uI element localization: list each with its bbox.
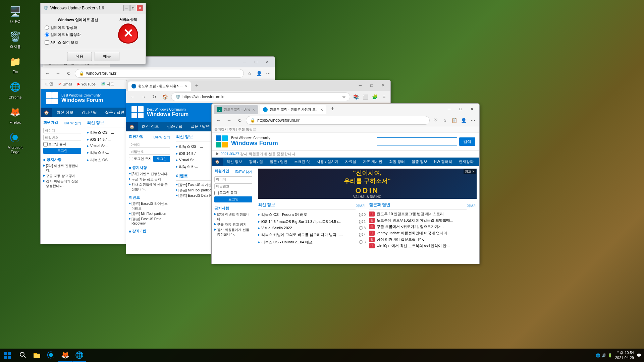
firefox-extensions-btn[interactable]: 🧩 — [370, 93, 379, 101]
edge-back-close[interactable]: ✕ — [262, 57, 273, 67]
edge-front-qa-1[interactable]: 단 윈도우 10 연결프로그램 변경 레지스토리 — [369, 212, 477, 217]
edge-front-forum-close[interactable]: ✕ — [320, 108, 323, 112]
firefox-nav-lecture[interactable]: 강좌 / 팁 — [163, 122, 186, 131]
edge-front-reload-btn[interactable]: ↻ — [235, 116, 245, 125]
edge-back-forward-btn[interactable]: → — [53, 69, 63, 78]
firefox-remember-check[interactable] — [129, 157, 133, 161]
edge-front-news-1[interactable]: 리눅스 OS - Fedora 34 배포 💬 0 — [258, 212, 366, 218]
firefox-minimize[interactable]: ─ — [355, 81, 366, 90]
firefox-id-input[interactable] — [129, 142, 170, 147]
wub-menu-button[interactable]: 메뉴 — [95, 52, 119, 61]
edge-front-id-input[interactable] — [214, 176, 252, 182]
edge-front-nav-2[interactable]: 질문 / 답변 — [266, 158, 291, 166]
edge-front-more-link[interactable]: 더보기 — [356, 203, 366, 208]
wub-maximize-button[interactable]: □ — [130, 5, 136, 11]
desktop-icon-chrome[interactable]: 🌐 Chrome — [3, 79, 27, 101]
wub-radio-enable[interactable]: 업데이트 활성화 — [45, 25, 111, 30]
edge-back-nav-latest[interactable]: 최신 정보 — [52, 108, 77, 117]
firefox-pw-input[interactable] — [129, 149, 170, 155]
desktop-icon-recycle[interactable]: 🗑️ 휴지통 — [3, 28, 27, 50]
desktop-icon-mypc[interactable]: 🖥️ 내 PC — [3, 3, 27, 25]
firefox-tab1-close[interactable]: ✕ — [185, 84, 187, 88]
wub-minimize-button[interactable]: ─ — [123, 5, 129, 11]
edge-front-nav-1[interactable]: 강좌 / 팁 — [246, 158, 266, 166]
edge-front-news-3[interactable]: Visual Studio 2022 💬 8 — [258, 225, 366, 231]
firefox-star-btn[interactable]: ☆ — [342, 95, 346, 99]
firefox-collections-btn[interactable]: 📚 — [352, 93, 360, 101]
edge-back-bm-map[interactable]: 🗺️ 지도 — [99, 81, 116, 87]
edge-front-minimize[interactable]: ─ — [444, 104, 454, 114]
edge-back-maximize[interactable]: □ — [251, 57, 261, 67]
taskbar-file-explorer[interactable] — [30, 349, 44, 362]
firefox-home-btn[interactable]: 🏠 — [160, 92, 170, 102]
edge-back-id-input[interactable] — [43, 128, 81, 133]
edge-front-news-4[interactable]: 리눅스 카널에 고의로 버그를 심으려다가 발각...... 💬 4 — [258, 232, 366, 238]
edge-front-forward-btn[interactable]: → — [224, 116, 234, 125]
taskbar-search[interactable] — [16, 349, 30, 362]
edge-back-findpw-link[interactable]: ID/PW 찾기 — [64, 121, 81, 126]
edge-front-nav-6[interactable]: 자유 게시판 — [360, 158, 386, 166]
firefox-findpw-link[interactable]: ID/PW 찾기 — [153, 135, 170, 140]
edge-front-collections-btn[interactable]: 📋 — [450, 116, 459, 125]
taskbar-clock[interactable]: 오후 10:54 2021-04-29 — [615, 350, 634, 361]
firefox-remember-label[interactable]: 로그인 유지 — [129, 157, 152, 161]
edge-front-nav-4[interactable]: 사용 / 설치기 — [313, 158, 341, 166]
edge-front-login-btn[interactable]: 로그인 — [214, 196, 252, 202]
desktop-icon-firefox[interactable]: 🦊 Firefox — [3, 104, 27, 126]
edge-front-nav-9[interactable]: HW 갤러리 — [431, 158, 455, 166]
firefox-nav-home[interactable]: 🏠 — [126, 122, 138, 131]
taskbar-chrome[interactable]: 🌐 — [72, 349, 86, 362]
edge-front-address-bar[interactable]: 🔒 https://windowsforum.kr — [246, 116, 430, 125]
edge-front-close[interactable]: ✕ — [467, 104, 477, 114]
firefox-nav-latest[interactable]: 최신 정보 — [138, 122, 163, 131]
edge-front-nav-home[interactable]: 🏠 — [212, 158, 223, 166]
notification-icon[interactable]: 💬 — [637, 353, 641, 358]
edge-front-qa-3[interactable]: 단 구글 크롬에서 <뒤로가기, 앞으로가기>... — [369, 224, 477, 229]
edge-front-new-tab[interactable]: + — [328, 104, 337, 114]
start-button[interactable] — [0, 349, 15, 362]
wub-apply-button[interactable]: 적용 — [67, 52, 92, 61]
edge-back-bm-youtube[interactable]: ▶ YouTube — [75, 81, 98, 87]
edge-front-qa-5[interactable]: 단 삼성 리커버리 잘문드립니다. — [369, 237, 477, 242]
edge-front-maximize[interactable]: □ — [455, 104, 466, 114]
edge-front-search-btn[interactable]: 검색 — [459, 137, 475, 146]
desktop-icon-etc[interactable]: 📁 Etc — [3, 54, 27, 75]
firefox-tab1[interactable]: 윈도우 포럼 - 윈도우 사용자... ✕ — [128, 81, 191, 91]
wub-radio-disable[interactable]: 업데이트 비활성화 — [45, 32, 111, 37]
edge-back-minimize[interactable]: ─ — [239, 57, 250, 67]
edge-back-join-link[interactable]: 회원가입 — [43, 120, 58, 125]
wub-radio-disable-input[interactable] — [45, 33, 49, 37]
edge-back-reload-btn[interactable]: ↻ — [64, 69, 73, 78]
edge-back-more-btn[interactable]: ⋯ — [264, 69, 273, 78]
edge-front-profile-btn[interactable]: 👤 — [459, 116, 468, 125]
edge-front-tab-bing[interactable]: b 윈도우포럼 - Bing ✕ — [214, 105, 258, 114]
edge-back-remember-check[interactable] — [43, 142, 48, 146]
edge-back-nav-lecture[interactable]: 강좌 / 팁 — [77, 108, 101, 117]
edge-front-qa-6[interactable]: 단 win10pe 에서 최신 노트북의 ssd 인식이 안... — [369, 243, 477, 248]
wub-protect-input[interactable] — [45, 40, 49, 45]
edge-front-news-2[interactable]: iOS 14.5 / macOS Big Sur 11.3 / IpadOS 1… — [258, 219, 366, 224]
edge-front-star-btn[interactable]: ☆ — [440, 116, 449, 125]
firefox-new-tab[interactable]: + — [192, 81, 202, 90]
edge-front-news-5[interactable]: 리눅스 OS - Ubuntu 21.04 배포 💬 3 — [258, 239, 366, 245]
firefox-close[interactable]: ✕ — [378, 81, 388, 90]
firefox-nav-qa[interactable]: 질문 / 답변 — [186, 122, 214, 131]
edge-front-nav-3[interactable]: 스크린 샷 — [291, 158, 313, 166]
edge-front-more-btn[interactable]: ⋯ — [469, 116, 477, 125]
edge-back-back-btn[interactable]: ← — [43, 69, 52, 78]
edge-front-remember-label[interactable]: 로그인 유지 — [214, 190, 237, 195]
edge-front-qa-more[interactable]: 더보기 — [467, 203, 477, 208]
edge-front-bing-close[interactable]: ✕ — [252, 108, 255, 112]
firefox-maximize[interactable]: □ — [366, 81, 377, 90]
edge-back-nav-qa[interactable]: 질문 / 답변 — [101, 108, 128, 117]
edge-front-back-btn[interactable]: ← — [214, 116, 223, 125]
firefox-back-btn[interactable]: ← — [128, 92, 138, 102]
edge-back-login-btn[interactable]: 로그인 — [43, 148, 81, 154]
edge-back-bm-apps[interactable]: ⊞ 앱 — [43, 81, 55, 87]
edge-back-profile-btn[interactable]: 👤 — [255, 69, 263, 78]
firefox-tabs-btn[interactable]: ⬜ — [361, 93, 370, 101]
edge-front-heart-btn[interactable]: ♡ — [431, 116, 440, 125]
edge-front-tab-forum[interactable]: 윈도우 포럼 - 윈도우 사용자 모... ✕ — [260, 105, 327, 114]
firefox-forward-btn[interactable]: → — [139, 92, 148, 102]
edge-front-join-link[interactable]: 회원가입 — [214, 169, 229, 174]
